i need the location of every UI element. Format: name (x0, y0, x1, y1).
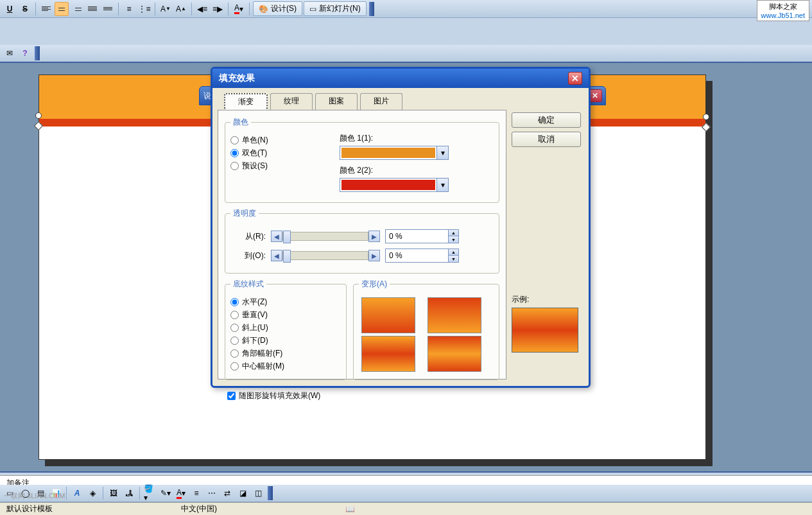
status-bar: 默认设计模板 中文(中国) 📖 (0, 502, 812, 515)
rotate-label[interactable]: 随图形旋转填充效果(W) (239, 390, 320, 401)
separator (249, 3, 250, 15)
resize-handle[interactable] (35, 112, 42, 119)
to-slider[interactable] (282, 251, 368, 260)
numbered-list-button[interactable]: ≡ (122, 2, 136, 16)
align-left-button[interactable] (39, 2, 53, 16)
center-label[interactable]: 中心幅射(M) (242, 361, 284, 372)
line-weight-button[interactable]: ≡ (189, 486, 203, 500)
tab-texture[interactable]: 纹理 (270, 93, 313, 110)
tab-pattern[interactable]: 图案 (315, 93, 358, 110)
from-spinner[interactable]: 0 % ▲▼ (385, 229, 459, 243)
color-legend: 颜色 (230, 117, 251, 128)
preset-radio[interactable] (230, 162, 239, 170)
separator (66, 487, 67, 500)
variant-3[interactable] (361, 336, 415, 372)
tab-gradient[interactable]: 渐变 (224, 93, 268, 110)
corner-label[interactable]: 角部幅射(F) (242, 348, 282, 359)
underline-button[interactable]: U (3, 2, 17, 16)
diag-down-radio[interactable] (230, 336, 239, 345)
design-icon: 🎨 (259, 4, 268, 13)
dialog-titlebar[interactable]: 填充效果 ✕ (212, 69, 589, 88)
toolbar-handle[interactable] (369, 2, 374, 16)
from-slider[interactable] (282, 232, 368, 241)
double-color-label[interactable]: 双色(T) (242, 148, 267, 159)
font-color-button[interactable]: A▾ (174, 486, 188, 500)
spinner-up[interactable]: ▲ (448, 249, 458, 256)
chevron-down-icon[interactable]: ▾ (436, 146, 448, 159)
to-value[interactable]: 0 % (386, 251, 448, 260)
to-label: 到(O): (230, 250, 266, 261)
resize-handle[interactable] (703, 114, 709, 120)
new-slide-button[interactable]: ▭新幻灯片(N) (304, 1, 367, 16)
decrease-font-button[interactable]: A▼ (159, 2, 173, 16)
diagram-button[interactable]: ◈ (85, 486, 99, 500)
picture-button[interactable]: 🏞 (122, 486, 136, 500)
color1-dropdown[interactable]: ▾ (340, 146, 449, 160)
slider-left-button[interactable]: ◀ (271, 250, 282, 261)
diag-up-radio[interactable] (230, 324, 239, 332)
slider-thumb[interactable] (283, 250, 291, 263)
spinner-down[interactable]: ▼ (448, 256, 458, 262)
clipart-button[interactable]: 🖼 (107, 486, 121, 500)
slider-right-button[interactable]: ▶ (368, 250, 380, 261)
variant-legend: 变形(A) (359, 279, 390, 290)
single-color-label[interactable]: 单色(N) (242, 135, 268, 146)
diag-down-label[interactable]: 斜下(D) (242, 335, 268, 346)
bulleted-list-button[interactable]: ⋮≡ (137, 2, 151, 16)
from-value[interactable]: 0 % (386, 232, 448, 241)
wordart-button[interactable]: A (70, 486, 84, 500)
fill-color-button[interactable]: 🪣▾ (143, 486, 157, 500)
decrease-indent-button[interactable]: ◀≡ (195, 2, 209, 16)
align-center-button[interactable] (55, 2, 69, 16)
tab-picture[interactable]: 图片 (360, 93, 402, 110)
slider-thumb[interactable] (283, 231, 291, 243)
tab-panel: 颜色 单色(N) 双色(T) 预设(S) 颜色 1(1): ▾ 颜色 2(2): (218, 110, 506, 380)
color-group: 颜色 单色(N) 双色(T) 预设(S) 颜色 1(1): ▾ 颜色 2(2): (225, 117, 499, 203)
shadow-button[interactable]: ◪ (236, 486, 250, 500)
design-button[interactable]: 🎨设计(S) (253, 1, 302, 16)
mail-button[interactable]: ✉ (3, 46, 17, 60)
center-radio[interactable] (230, 362, 239, 371)
status-spellcheck-icon[interactable]: 📖 (345, 505, 355, 514)
color2-dropdown[interactable]: ▾ (340, 178, 449, 192)
vertical-radio[interactable] (230, 311, 239, 319)
increase-font-button[interactable]: A▲ (174, 2, 188, 16)
distributed-button[interactable] (101, 2, 115, 16)
variant-1[interactable] (361, 297, 415, 333)
preset-label[interactable]: 预设(S) (242, 161, 268, 171)
to-spinner[interactable]: 0 % ▲▼ (385, 249, 459, 263)
toolbar-handle[interactable] (35, 46, 40, 60)
spinner-up[interactable]: ▲ (448, 230, 458, 236)
single-color-radio[interactable] (230, 136, 239, 144)
increase-indent-button[interactable]: ≡▶ (211, 2, 225, 16)
rotate-checkbox[interactable] (227, 392, 236, 400)
slider-left-button[interactable]: ◀ (271, 231, 282, 242)
strikethrough-button[interactable]: S (18, 2, 32, 16)
tab-strip: 渐变 纹理 图案 图片 (218, 93, 583, 110)
ok-button[interactable]: 确定 (512, 112, 581, 128)
watermark-bottom: 一联网 3LIAN.COM (4, 491, 65, 501)
variant-2[interactable] (428, 297, 481, 333)
font-color-button[interactable]: A ▾ (232, 2, 246, 16)
double-color-radio[interactable] (230, 149, 239, 157)
align-right-button[interactable] (70, 2, 84, 16)
help-button[interactable]: ? (18, 46, 32, 60)
line-color-button[interactable]: ✎▾ (159, 486, 173, 500)
diag-up-label[interactable]: 斜上(U) (242, 322, 268, 333)
horizontal-radio[interactable] (230, 298, 239, 306)
chevron-down-icon[interactable]: ▾ (436, 179, 448, 191)
justify-button[interactable] (85, 2, 99, 16)
variant-4[interactable] (428, 336, 481, 372)
dash-style-button[interactable]: ⋯ (205, 486, 219, 500)
close-button[interactable]: ✕ (568, 72, 582, 85)
close-icon: ✕ (571, 73, 579, 83)
slider-right-button[interactable]: ▶ (368, 231, 380, 242)
cancel-button[interactable]: 取消 (512, 132, 581, 147)
toolbar-handle[interactable] (268, 486, 273, 500)
vertical-label[interactable]: 垂直(V) (242, 310, 268, 320)
corner-radio[interactable] (230, 349, 239, 358)
arrow-style-button[interactable]: ⇄ (220, 486, 234, 500)
horizontal-label[interactable]: 水平(Z) (242, 297, 267, 308)
3d-button[interactable]: ◫ (251, 486, 265, 500)
spinner-down[interactable]: ▼ (448, 236, 458, 243)
